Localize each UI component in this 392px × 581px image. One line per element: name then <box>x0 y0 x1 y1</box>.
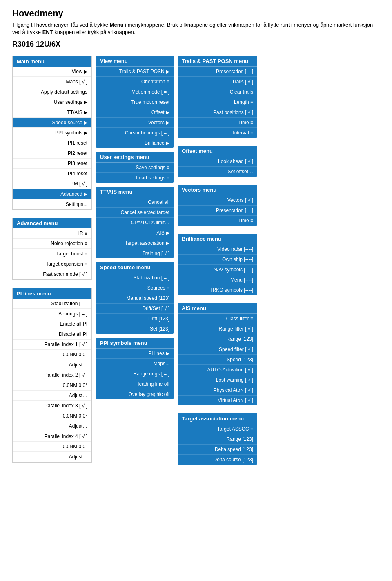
brilliance-trkg-symbols[interactable]: TRKG symbols [----] <box>178 285 257 295</box>
pi-lines-index2-adjust[interactable]: Adjust… <box>13 391 91 401</box>
pi-lines-index1[interactable]: Parallel index 1 [ √ ] <box>13 340 91 350</box>
ppi-maps[interactable]: Maps... <box>96 359 174 369</box>
target-assoc-assoc[interactable]: Target ASSOC ≡ <box>178 424 257 434</box>
ais-range[interactable]: Range [123] <box>178 334 257 344</box>
pi-lines-index3-adjust[interactable]: Adjust… <box>13 421 91 431</box>
main-menu-item-pi2[interactable]: PI2 reset <box>13 148 91 159</box>
pi-lines-disable-all[interactable]: Disable all PI <box>13 329 91 340</box>
advanced-menu-box: Advanced menu IR ≡ Noise rejection ≡ Tar… <box>12 218 92 280</box>
offset-menu-box: Offset menu Look ahead [ √ ] Set offset… <box>178 146 257 177</box>
advanced-menu-noise[interactable]: Noise rejection ≡ <box>13 239 91 249</box>
brilliance-video-radar[interactable]: Video radar [----] <box>178 244 257 255</box>
offset-set-offset[interactable]: Set offset… <box>178 167 257 177</box>
speed-drift[interactable]: Drift [123] <box>96 314 174 324</box>
brilliance-nav-symbols[interactable]: NAV symbols [----] <box>178 265 257 275</box>
trails-interval[interactable]: Interval ≡ <box>178 128 257 138</box>
pi-lines-index2[interactable]: Parallel index 2 [ √ ] <box>13 370 91 380</box>
ttais-training[interactable]: Training [ √ ] <box>96 248 174 258</box>
pi-lines-menu-header: PI lines menu <box>13 288 91 299</box>
ppi-heading-line[interactable]: Heading line off <box>96 379 174 389</box>
speed-manual[interactable]: Manual speed [123] <box>96 293 174 304</box>
speed-stabilization[interactable]: Stabilization [ = ] <box>96 273 174 283</box>
target-assoc-range[interactable]: Range [123] <box>178 434 257 445</box>
ais-lost-warning[interactable]: Lost warning [ √ ] <box>178 375 257 385</box>
advanced-menu-ir[interactable]: IR ≡ <box>13 228 91 239</box>
pi-lines-enable-all[interactable]: Enable all PI <box>13 319 91 329</box>
main-menu-item-view[interactable]: View ▶ <box>13 67 91 77</box>
main-menu-item-settings[interactable]: Settings... <box>13 199 91 209</box>
ttais-ais[interactable]: AIS ▶ <box>96 228 174 238</box>
user-settings-load[interactable]: Load settings ≡ <box>96 173 174 183</box>
main-menu-item-pi4[interactable]: PI4 reset <box>13 169 91 179</box>
intro-text: Tilgang til hovedmenyen fås ved å trykke… <box>12 21 380 36</box>
advanced-menu-targetexp[interactable]: Target expansion ≡ <box>13 259 91 269</box>
ttais-cancel-selected[interactable]: Cancel selected target <box>96 208 174 218</box>
pi-lines-index4-adjust[interactable]: Adjust… <box>13 452 91 462</box>
vectors-presentation[interactable]: Presentation [ = ] <box>178 206 257 216</box>
main-menu-item-pm[interactable]: PM [ √ ] <box>13 179 91 189</box>
ttais-cpa-tcpa[interactable]: CPA/TCPA limit… <box>96 218 174 228</box>
ais-virtual-aton[interactable]: Virtual AtoN [ √ ] <box>178 396 257 405</box>
trails-clear[interactable]: Clear trails <box>178 87 257 97</box>
view-vectors[interactable]: Vectors ▶ <box>96 118 174 128</box>
view-cursor-bearings[interactable]: Cursor bearings [ = ] <box>96 128 174 138</box>
ais-speed[interactable]: Speed [123] <box>178 355 257 365</box>
view-brilliance[interactable]: Brilliance ▶ <box>96 138 174 148</box>
pi-lines-index3[interactable]: Parallel index 3 [ √ ] <box>13 401 91 411</box>
trails-past-pos[interactable]: Past positions [ √ ] <box>178 107 257 118</box>
target-assoc-delta-speed[interactable]: Delta speed [123] <box>178 445 257 455</box>
col-1: Main menu View ▶ Maps [ √ ] Apply defaul… <box>12 56 92 463</box>
main-menu-item-ttais[interactable]: TT/AIS ▶ <box>13 107 91 118</box>
trails-length[interactable]: Length ≡ <box>178 97 257 107</box>
pi-lines-index2-val: 0.0NM 0.0° <box>13 380 91 391</box>
main-menu-item-apply[interactable]: Apply default settings <box>13 87 91 97</box>
ais-class-filter[interactable]: Class filter ≡ <box>178 314 257 324</box>
pi-lines-index4[interactable]: Parallel index 4 [ √ ] <box>13 431 91 442</box>
brilliance-menu[interactable]: Menu [----] <box>178 275 257 285</box>
trails-trails[interactable]: Trails [ √ ] <box>178 77 257 87</box>
speed-driftset[interactable]: Drift/Set [ √ ] <box>96 304 174 314</box>
offset-look-ahead[interactable]: Look ahead [ √ ] <box>178 156 257 167</box>
main-menu-item-usersettings[interactable]: User settings ▶ <box>13 97 91 107</box>
brilliance-own-ship[interactable]: Own ship [----] <box>178 255 257 265</box>
view-motion-mode[interactable]: Motion mode [ = ] <box>96 87 174 97</box>
vectors-time[interactable]: Time ≡ <box>178 216 257 226</box>
user-settings-save[interactable]: Save settings ≡ <box>96 163 174 173</box>
main-menu-item-pi3[interactable]: PI3 reset <box>13 159 91 169</box>
ttais-cancel-all[interactable]: Cancel all <box>96 197 174 208</box>
pi-lines-index1-adjust[interactable]: Adjust… <box>13 360 91 370</box>
target-assoc-delta-course[interactable]: Delta course [123] <box>178 455 257 465</box>
pi-lines-index1-val: 0.0NM 0.0° <box>13 350 91 360</box>
menu-diagram: Main menu View ▶ Maps [ √ ] Apply defaul… <box>12 56 380 465</box>
ttais-target-assoc[interactable]: Target association ▶ <box>96 238 174 248</box>
pi-lines-index3-val: 0.0NM 0.0° <box>13 411 91 421</box>
speed-set[interactable]: Set [123] <box>96 324 174 334</box>
ais-range-filter[interactable]: Range filter [ √ ] <box>178 324 257 334</box>
ais-auto-activation[interactable]: AUTO-Activation [ √ ] <box>178 365 257 375</box>
main-menu-item-pi1[interactable]: PI1 reset <box>13 138 91 148</box>
main-menu-item-ppis[interactable]: PPI symbols ▶ <box>13 128 91 138</box>
trails-presentation[interactable]: Presentation [ = ] <box>178 67 257 77</box>
speed-sources[interactable]: Sources ≡ <box>96 283 174 293</box>
view-orientation[interactable]: Orientation ≡ <box>96 77 174 87</box>
main-menu-item-advanced[interactable]: Advanced ▶ <box>13 189 91 199</box>
ppi-range-rings[interactable]: Range rings [ = ] <box>96 369 174 379</box>
view-trails-posn[interactable]: Trails & PAST POSN ▶ <box>96 67 174 77</box>
vectors-vectors[interactable]: Vectors [ √ ] <box>178 195 257 206</box>
main-menu-item-maps[interactable]: Maps [ √ ] <box>13 77 91 87</box>
view-true-motion[interactable]: True motion reset <box>96 97 174 107</box>
view-offset[interactable]: Offset ▶ <box>96 107 174 118</box>
ais-physical-aton[interactable]: Physical AtoN [ √ ] <box>178 385 257 396</box>
ais-speed-filter[interactable]: Speed filter [ √ ] <box>178 344 257 355</box>
main-menu-item-speedsource[interactable]: Speed source ▶ <box>13 118 91 128</box>
pi-lines-stabilization[interactable]: Stabilization [ = ] <box>13 299 91 309</box>
col-3-4: Trails & PAST POSN menu Presentation [ =… <box>178 56 257 465</box>
speed-source-menu-header: Speed source menu <box>96 262 174 273</box>
advanced-menu-targetboost[interactable]: Target boost ≡ <box>13 249 91 259</box>
advanced-menu-fastscan[interactable]: Fast scan mode [ √ ] <box>13 269 91 279</box>
ppi-pi-lines[interactable]: PI lines ▶ <box>96 349 174 359</box>
advanced-menu-header: Advanced menu <box>13 218 91 228</box>
ppi-overlay[interactable]: Overlay graphic off <box>96 389 174 399</box>
pi-lines-bearings[interactable]: Bearings [ = ] <box>13 309 91 319</box>
trails-time[interactable]: Time ≡ <box>178 118 257 128</box>
